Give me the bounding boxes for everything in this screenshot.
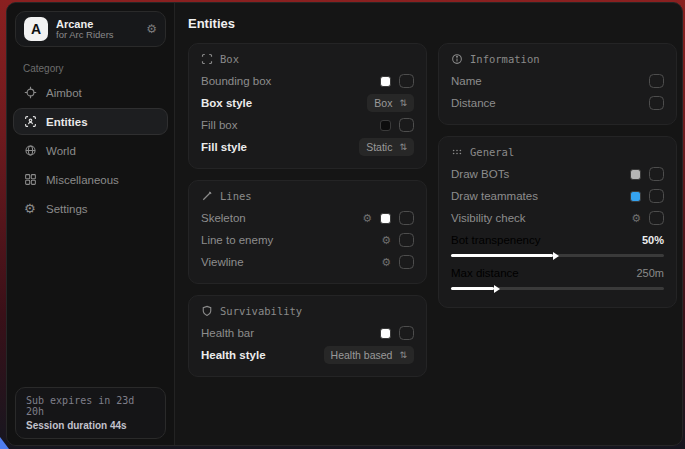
bot-transparency-label: Bot transpenency: [451, 234, 541, 246]
right-column: Information Name Distance: [438, 43, 677, 308]
panel-title-label: Survivability: [220, 305, 302, 317]
cursor-pointer: [0, 437, 9, 449]
health-style-label: Health style: [201, 349, 266, 361]
sidebar-item-label: Entities: [46, 116, 88, 128]
subscription-card: Sub expires in 23d 20h Session duration …: [15, 387, 166, 439]
visibility-check-checkbox[interactable]: [649, 211, 664, 225]
sidebar: A Arcane for Arc Riders ⚙ Category Aimbo…: [7, 3, 175, 445]
info-icon: [451, 53, 463, 65]
distance-label: Distance: [451, 97, 496, 109]
slider-fill[interactable]: [451, 287, 494, 290]
viewline-settings-gear-icon[interactable]: ⚙: [381, 257, 391, 268]
draw-bots-row: Draw BOTs: [451, 163, 664, 185]
draw-teammates-color-swatch[interactable]: [630, 191, 641, 202]
bot-transparency-slider-block: Bot transpenency 50%: [451, 231, 664, 257]
fill-box-color-swatch[interactable]: [380, 120, 391, 131]
main-content: Entities Box Bounding box: [175, 3, 683, 445]
sidebar-nav: Aimbot Entities World Miscellaneous: [7, 78, 174, 223]
box-style-label: Box style: [201, 97, 252, 109]
line-to-enemy-settings-gear-icon[interactable]: ⚙: [381, 235, 391, 246]
app-header-card: A Arcane for Arc Riders ⚙: [15, 11, 166, 47]
box-panel: Box Bounding box Box style Box ⇅: [188, 43, 427, 169]
globe-icon: [24, 144, 37, 157]
visibility-check-row: Visibility check ⚙: [451, 207, 664, 229]
lines-panel-title: Lines: [201, 190, 414, 202]
panel-title-label: Information: [470, 53, 540, 65]
max-distance-label: Max distance: [451, 267, 519, 279]
dots-grid-icon: [451, 146, 463, 158]
lines-panel: Lines Skeleton ⚙ Line to enemy ⚙: [188, 180, 427, 284]
health-bar-row: Health bar: [201, 322, 414, 344]
skeleton-checkbox[interactable]: [399, 211, 414, 225]
category-label: Category: [23, 63, 174, 74]
brackets-icon: [201, 53, 213, 65]
sidebar-item-label: Settings: [46, 203, 88, 215]
sidebar-item-label: World: [46, 145, 76, 157]
bot-transparency-value: 50%: [642, 234, 664, 246]
sidebar-item-world[interactable]: World: [13, 137, 168, 164]
draw-bots-color-swatch[interactable]: [630, 169, 641, 180]
visibility-check-settings-gear-icon[interactable]: ⚙: [631, 213, 641, 224]
app-subtitle: for Arc Riders: [56, 30, 138, 40]
sidebar-item-label: Miscellaneous: [46, 174, 119, 186]
box-panel-title: Box: [201, 53, 414, 65]
app-logo: A: [24, 17, 48, 41]
panel-title-label: Lines: [220, 190, 252, 202]
viewline-row: Viewline ⚙: [201, 251, 414, 273]
box-style-dropdown[interactable]: Box ⇅: [367, 94, 414, 112]
information-panel: Information Name Distance: [438, 43, 677, 125]
sidebar-item-aimbot[interactable]: Aimbot: [13, 79, 168, 106]
survivability-panel-title: Survivability: [201, 305, 414, 317]
bot-transparency-slider[interactable]: [451, 254, 664, 257]
header-gear-icon[interactable]: ⚙: [146, 22, 157, 36]
panel-title-label: General: [470, 146, 514, 158]
distance-checkbox[interactable]: [649, 96, 664, 110]
general-panel: General Draw BOTs Draw teammates: [438, 136, 677, 308]
session-duration-text: Session duration 44s: [26, 420, 155, 431]
grid-icon: [24, 173, 37, 186]
left-column: Box Bounding box Box style Box ⇅: [188, 43, 427, 377]
max-distance-value: 250m: [636, 267, 664, 279]
fill-style-label: Fill style: [201, 141, 247, 153]
information-panel-title: Information: [451, 53, 664, 65]
line-to-enemy-checkbox[interactable]: [399, 233, 414, 247]
shield-icon: [201, 305, 213, 317]
draw-teammates-label: Draw teammates: [451, 190, 538, 202]
draw-bots-label: Draw BOTs: [451, 168, 509, 180]
fill-style-dropdown[interactable]: Static ⇅: [359, 138, 414, 156]
page-title: Entities: [188, 16, 677, 31]
dropdown-value: Box: [374, 97, 392, 109]
health-style-row: Health style Health based ⇅: [201, 344, 414, 366]
name-label: Name: [451, 75, 482, 87]
pencil-line-icon: [201, 190, 213, 202]
skeleton-settings-gear-icon[interactable]: ⚙: [362, 213, 372, 224]
visibility-check-label: Visibility check: [451, 212, 526, 224]
dropdown-value: Health based: [331, 349, 393, 361]
fill-box-checkbox[interactable]: [399, 118, 414, 132]
line-to-enemy-label: Line to enemy: [201, 234, 273, 246]
sidebar-item-settings[interactable]: ⚙ Settings: [13, 195, 168, 222]
line-to-enemy-row: Line to enemy ⚙: [201, 229, 414, 251]
app-titles: Arcane for Arc Riders: [56, 18, 138, 41]
viewline-checkbox[interactable]: [399, 255, 414, 269]
health-style-dropdown[interactable]: Health based ⇅: [324, 346, 414, 364]
panel-title-label: Box: [220, 53, 239, 65]
skeleton-label: Skeleton: [201, 212, 246, 224]
fill-style-row: Fill style Static ⇅: [201, 136, 414, 158]
general-panel-title: General: [451, 146, 664, 158]
max-distance-slider[interactable]: [451, 287, 664, 290]
skeleton-color-swatch[interactable]: [380, 213, 391, 224]
health-bar-checkbox[interactable]: [399, 326, 414, 340]
sidebar-item-miscellaneous[interactable]: Miscellaneous: [13, 166, 168, 193]
health-bar-color-swatch[interactable]: [380, 328, 391, 339]
bounding-box-checkbox[interactable]: [399, 74, 414, 88]
slider-fill[interactable]: [451, 254, 553, 257]
sidebar-item-entities[interactable]: Entities: [13, 108, 168, 135]
draw-teammates-checkbox[interactable]: [649, 189, 664, 203]
fill-box-label: Fill box: [201, 119, 237, 131]
draw-bots-checkbox[interactable]: [649, 167, 664, 181]
name-checkbox[interactable]: [649, 74, 664, 88]
bounding-box-color-swatch[interactable]: [380, 76, 391, 87]
bounding-box-label: Bounding box: [201, 75, 271, 87]
scan-person-icon: [24, 115, 37, 128]
